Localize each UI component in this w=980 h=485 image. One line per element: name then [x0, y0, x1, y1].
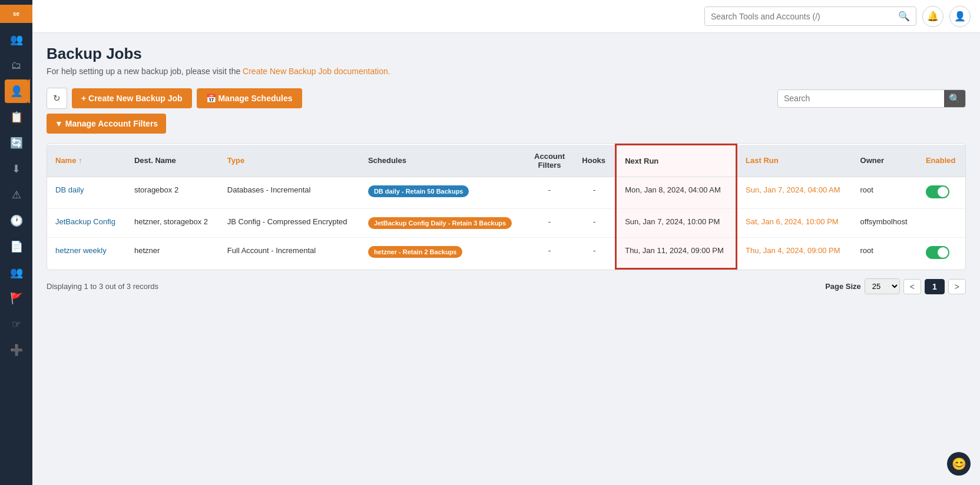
pagination-prev-button[interactable]: < [903, 279, 921, 294]
cell-next-run: Thu, Jan 11, 2024, 09:00 PM [616, 237, 737, 269]
col-header-dest-name: Dest. Name [126, 145, 219, 177]
cell-name[interactable]: hetzner weekly [47, 237, 126, 269]
pagination-info: Displaying 1 to 3 out of 3 records [47, 282, 158, 291]
col-header-type: Type [219, 145, 360, 177]
chat-widget-button[interactable]: 😊 [947, 452, 971, 476]
cell-name[interactable]: DB daily [47, 177, 126, 208]
col-header-next-run: Next Run [616, 145, 737, 177]
cell-dest-name: storagebox 2 [126, 177, 219, 208]
table-header-row: Name ↑ Dest. Name Type Schedules Account… [47, 145, 965, 177]
cell-enabled[interactable] [918, 177, 965, 208]
sidebar-item-folder[interactable]: 🗂 [5, 54, 28, 77]
cell-last-run: Sun, Jan 7, 2024, 04:00 AM [737, 177, 852, 208]
cell-enabled[interactable] [918, 237, 965, 269]
page-size-select[interactable]: 25 50 100 [865, 278, 900, 294]
notification-button[interactable]: 🔔 [922, 6, 943, 27]
user-profile-icon: 👤 [954, 11, 966, 22]
cell-account-filters: - [525, 177, 574, 208]
cell-owner: offsymbolhost [852, 208, 918, 237]
cell-dest-name: hetzner [126, 237, 219, 269]
manage-account-filters-button[interactable]: ▼ Manage Account Filters [47, 114, 166, 134]
main-area: 🔍 🔔 👤 Backup Jobs For help setting up a … [32, 0, 980, 485]
toolbar: ↻ + Create New Backup Job 📅 Manage Sched… [47, 88, 966, 109]
cell-hooks: - [574, 237, 615, 269]
filter-row: ▼ Manage Account Filters [47, 114, 966, 134]
cell-last-run: Sat, Jan 6, 2024, 10:00 PM [737, 208, 852, 237]
enabled-toggle[interactable] [926, 185, 949, 198]
pagination-next-button[interactable]: > [948, 279, 966, 294]
content-area: Backup Jobs For help setting up a new ba… [32, 33, 980, 485]
table-search-input[interactable] [784, 94, 941, 103]
cell-name[interactable]: JetBackup Config [47, 208, 126, 237]
sidebar: se 👥 🗂 👤 📋 🔄 ⬇ ⚠ 🕐 📄 👥 🚩 ☞ ➕ [0, 0, 32, 485]
cell-type: JB Config - Compressed Encrypted [219, 208, 360, 237]
notification-icon: 🔔 [927, 11, 939, 22]
page-subtitle-link[interactable]: Create New Backup Job documentation. [243, 67, 390, 76]
cell-schedules: JetBackup Config Daily - Retain 3 Backup… [360, 208, 525, 237]
cell-type: Databases - Incremental [219, 177, 360, 208]
sidebar-item-group[interactable]: 👥 [5, 261, 28, 284]
sidebar-item-person-plus[interactable]: ➕ [5, 338, 28, 362]
cell-dest-name: hetzner, storagebox 2 [126, 208, 219, 237]
pagination-page-1-button[interactable]: 1 [925, 279, 945, 294]
cell-hooks: - [574, 177, 615, 208]
sidebar-top-button[interactable]: se [0, 5, 32, 23]
cell-schedules: DB daily - Retain 50 Backups [360, 177, 525, 208]
backup-jobs-table-container: Name ↑ Dest. Name Type Schedules Account… [47, 143, 966, 270]
global-search-input[interactable] [711, 12, 898, 21]
sidebar-item-refresh[interactable]: 🔄 [5, 131, 28, 155]
sidebar-item-download[interactable]: ⬇ [5, 157, 28, 181]
page-subtitle: For help setting up a new backup job, pl… [47, 67, 966, 76]
col-header-last-run: Last Run [737, 145, 852, 177]
global-search-icon[interactable]: 🔍 [898, 11, 910, 22]
table-row: JetBackup Confighetzner, storagebox 2JB … [47, 208, 965, 237]
cell-owner: root [852, 177, 918, 208]
page-title: Backup Jobs [47, 45, 966, 63]
col-header-schedules: Schedules [360, 145, 525, 177]
cell-hooks: - [574, 208, 615, 237]
chat-widget-icon: 😊 [952, 457, 966, 471]
refresh-button[interactable]: ↻ [47, 88, 67, 109]
user-profile-button[interactable]: 👤 [949, 6, 971, 27]
cell-enabled[interactable] [918, 208, 965, 237]
cell-next-run: Sun, Jan 7, 2024, 10:00 PM [616, 208, 737, 237]
cell-last-run: Thu, Jan 4, 2024, 09:00 PM [737, 237, 852, 269]
sidebar-item-fingerprint[interactable]: ☞ [5, 313, 28, 336]
sidebar-item-users[interactable]: 👥 [5, 28, 28, 51]
sidebar-item-clock[interactable]: 🕐 [5, 209, 28, 232]
schedule-badge[interactable]: JetBackup Config Daily - Retain 3 Backup… [368, 217, 512, 229]
table-row: hetzner weeklyhetznerFull Account - Incr… [47, 237, 965, 269]
enabled-toggle[interactable] [926, 246, 949, 259]
pagination-row: Displaying 1 to 3 out of 3 records Page … [47, 278, 966, 294]
refresh-icon: ↻ [53, 93, 61, 103]
col-header-hooks: Hooks [574, 145, 615, 177]
cell-type: Full Account - Incremental [219, 237, 360, 269]
topbar: 🔍 🔔 👤 [32, 0, 980, 33]
col-header-account-filters: AccountFilters [525, 145, 574, 177]
cell-next-run: Mon, Jan 8, 2024, 04:00 AM [616, 177, 737, 208]
global-search-bar[interactable]: 🔍 [704, 6, 916, 26]
page-size-label: Page Size [825, 282, 861, 291]
sidebar-item-copy[interactable]: 📋 [5, 105, 28, 129]
col-header-name: Name ↑ [47, 145, 126, 177]
manage-schedules-button[interactable]: 📅 Manage Schedules [197, 88, 302, 108]
cell-account-filters: - [525, 208, 574, 237]
cell-account-filters: - [525, 237, 574, 269]
sidebar-item-accounts[interactable]: 👤 [5, 79, 28, 103]
cell-owner: root [852, 237, 918, 269]
table-row: DB dailystoragebox 2Databases - Incremen… [47, 177, 965, 208]
backup-jobs-table: Name ↑ Dest. Name Type Schedules Account… [47, 144, 965, 270]
col-header-owner: Owner [852, 145, 918, 177]
table-search-bar[interactable]: 🔍 [777, 89, 966, 108]
cell-schedules: hetzner - Retain 2 Backups [360, 237, 525, 269]
sidebar-item-document[interactable]: 📄 [5, 235, 28, 258]
sidebar-item-flag[interactable]: 🚩 [5, 287, 28, 310]
table-search-icon[interactable]: 🔍 [944, 90, 965, 107]
schedule-badge[interactable]: hetzner - Retain 2 Backups [368, 246, 463, 258]
pagination-controls: Page Size 25 50 100 < 1 > [825, 278, 966, 294]
schedule-badge[interactable]: DB daily - Retain 50 Backups [368, 185, 469, 197]
col-header-enabled: Enabled [918, 145, 965, 177]
create-backup-job-button[interactable]: + Create New Backup Job [72, 88, 192, 108]
sidebar-item-warning[interactable]: ⚠ [5, 183, 28, 207]
